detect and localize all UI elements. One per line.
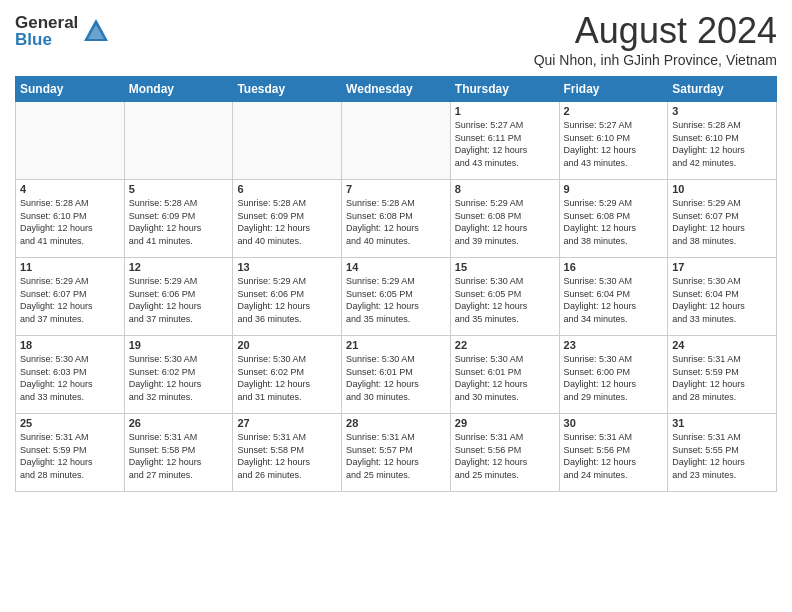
calendar-cell: 29Sunrise: 5:31 AMSunset: 5:56 PMDayligh… — [450, 414, 559, 492]
day-number: 20 — [237, 339, 337, 351]
day-info: Sunrise: 5:31 AMSunset: 5:55 PMDaylight:… — [672, 431, 772, 481]
day-info: Sunrise: 5:28 AMSunset: 6:08 PMDaylight:… — [346, 197, 446, 247]
calendar-cell: 24Sunrise: 5:31 AMSunset: 5:59 PMDayligh… — [668, 336, 777, 414]
day-number: 1 — [455, 105, 555, 117]
day-info: Sunrise: 5:31 AMSunset: 5:59 PMDaylight:… — [672, 353, 772, 403]
month-year-title: August 2024 — [534, 10, 777, 52]
weekday-header-sunday: Sunday — [16, 77, 125, 102]
calendar-cell: 31Sunrise: 5:31 AMSunset: 5:55 PMDayligh… — [668, 414, 777, 492]
day-number: 13 — [237, 261, 337, 273]
weekday-header-saturday: Saturday — [668, 77, 777, 102]
calendar-cell — [342, 102, 451, 180]
calendar-cell: 27Sunrise: 5:31 AMSunset: 5:58 PMDayligh… — [233, 414, 342, 492]
day-info: Sunrise: 5:29 AMSunset: 6:06 PMDaylight:… — [129, 275, 229, 325]
calendar-cell — [233, 102, 342, 180]
day-number: 15 — [455, 261, 555, 273]
day-number: 24 — [672, 339, 772, 351]
day-number: 3 — [672, 105, 772, 117]
day-number: 30 — [564, 417, 664, 429]
calendar-cell — [16, 102, 125, 180]
calendar-cell: 23Sunrise: 5:30 AMSunset: 6:00 PMDayligh… — [559, 336, 668, 414]
calendar-cell: 11Sunrise: 5:29 AMSunset: 6:07 PMDayligh… — [16, 258, 125, 336]
day-info: Sunrise: 5:28 AMSunset: 6:09 PMDaylight:… — [237, 197, 337, 247]
day-info: Sunrise: 5:30 AMSunset: 6:02 PMDaylight:… — [237, 353, 337, 403]
day-number: 4 — [20, 183, 120, 195]
weekday-header-friday: Friday — [559, 77, 668, 102]
day-info: Sunrise: 5:31 AMSunset: 5:58 PMDaylight:… — [129, 431, 229, 481]
calendar-cell: 2Sunrise: 5:27 AMSunset: 6:10 PMDaylight… — [559, 102, 668, 180]
day-number: 29 — [455, 417, 555, 429]
day-number: 18 — [20, 339, 120, 351]
day-number: 27 — [237, 417, 337, 429]
day-info: Sunrise: 5:29 AMSunset: 6:08 PMDaylight:… — [564, 197, 664, 247]
calendar-cell: 5Sunrise: 5:28 AMSunset: 6:09 PMDaylight… — [124, 180, 233, 258]
calendar-cell: 10Sunrise: 5:29 AMSunset: 6:07 PMDayligh… — [668, 180, 777, 258]
day-number: 17 — [672, 261, 772, 273]
calendar-cell: 8Sunrise: 5:29 AMSunset: 6:08 PMDaylight… — [450, 180, 559, 258]
day-number: 25 — [20, 417, 120, 429]
calendar-week-row: 25Sunrise: 5:31 AMSunset: 5:59 PMDayligh… — [16, 414, 777, 492]
weekday-header-tuesday: Tuesday — [233, 77, 342, 102]
day-info: Sunrise: 5:31 AMSunset: 5:56 PMDaylight:… — [564, 431, 664, 481]
day-info: Sunrise: 5:28 AMSunset: 6:09 PMDaylight:… — [129, 197, 229, 247]
calendar-cell: 6Sunrise: 5:28 AMSunset: 6:09 PMDaylight… — [233, 180, 342, 258]
day-info: Sunrise: 5:31 AMSunset: 5:57 PMDaylight:… — [346, 431, 446, 481]
day-info: Sunrise: 5:27 AMSunset: 6:11 PMDaylight:… — [455, 119, 555, 169]
day-number: 28 — [346, 417, 446, 429]
weekday-header-wednesday: Wednesday — [342, 77, 451, 102]
day-number: 21 — [346, 339, 446, 351]
day-number: 5 — [129, 183, 229, 195]
weekday-header-monday: Monday — [124, 77, 233, 102]
calendar-cell: 16Sunrise: 5:30 AMSunset: 6:04 PMDayligh… — [559, 258, 668, 336]
calendar-cell: 7Sunrise: 5:28 AMSunset: 6:08 PMDaylight… — [342, 180, 451, 258]
day-number: 14 — [346, 261, 446, 273]
calendar-cell: 13Sunrise: 5:29 AMSunset: 6:06 PMDayligh… — [233, 258, 342, 336]
day-number: 23 — [564, 339, 664, 351]
calendar-cell: 18Sunrise: 5:30 AMSunset: 6:03 PMDayligh… — [16, 336, 125, 414]
day-info: Sunrise: 5:30 AMSunset: 6:01 PMDaylight:… — [346, 353, 446, 403]
day-info: Sunrise: 5:27 AMSunset: 6:10 PMDaylight:… — [564, 119, 664, 169]
day-info: Sunrise: 5:30 AMSunset: 6:04 PMDaylight:… — [672, 275, 772, 325]
calendar-cell: 12Sunrise: 5:29 AMSunset: 6:06 PMDayligh… — [124, 258, 233, 336]
calendar-cell: 4Sunrise: 5:28 AMSunset: 6:10 PMDaylight… — [16, 180, 125, 258]
day-number: 16 — [564, 261, 664, 273]
day-info: Sunrise: 5:30 AMSunset: 6:04 PMDaylight:… — [564, 275, 664, 325]
calendar-cell — [124, 102, 233, 180]
calendar-cell: 21Sunrise: 5:30 AMSunset: 6:01 PMDayligh… — [342, 336, 451, 414]
calendar-cell: 3Sunrise: 5:28 AMSunset: 6:10 PMDaylight… — [668, 102, 777, 180]
weekday-header-thursday: Thursday — [450, 77, 559, 102]
day-number: 6 — [237, 183, 337, 195]
day-info: Sunrise: 5:30 AMSunset: 6:03 PMDaylight:… — [20, 353, 120, 403]
calendar-cell: 22Sunrise: 5:30 AMSunset: 6:01 PMDayligh… — [450, 336, 559, 414]
weekday-header-row: SundayMondayTuesdayWednesdayThursdayFrid… — [16, 77, 777, 102]
day-number: 8 — [455, 183, 555, 195]
logo: General Blue — [15, 14, 110, 48]
location-subtitle: Qui Nhon, inh GJinh Province, Vietnam — [534, 52, 777, 68]
calendar-cell: 25Sunrise: 5:31 AMSunset: 5:59 PMDayligh… — [16, 414, 125, 492]
page-header: General Blue August 2024 Qui Nhon, inh G… — [15, 10, 777, 68]
day-info: Sunrise: 5:28 AMSunset: 6:10 PMDaylight:… — [20, 197, 120, 247]
calendar-cell: 28Sunrise: 5:31 AMSunset: 5:57 PMDayligh… — [342, 414, 451, 492]
day-number: 31 — [672, 417, 772, 429]
day-number: 9 — [564, 183, 664, 195]
calendar-cell: 20Sunrise: 5:30 AMSunset: 6:02 PMDayligh… — [233, 336, 342, 414]
day-info: Sunrise: 5:31 AMSunset: 5:56 PMDaylight:… — [455, 431, 555, 481]
calendar-cell: 15Sunrise: 5:30 AMSunset: 6:05 PMDayligh… — [450, 258, 559, 336]
day-number: 11 — [20, 261, 120, 273]
day-info: Sunrise: 5:28 AMSunset: 6:10 PMDaylight:… — [672, 119, 772, 169]
calendar-week-row: 1Sunrise: 5:27 AMSunset: 6:11 PMDaylight… — [16, 102, 777, 180]
calendar-cell: 26Sunrise: 5:31 AMSunset: 5:58 PMDayligh… — [124, 414, 233, 492]
calendar-table: SundayMondayTuesdayWednesdayThursdayFrid… — [15, 76, 777, 492]
day-info: Sunrise: 5:30 AMSunset: 6:01 PMDaylight:… — [455, 353, 555, 403]
day-info: Sunrise: 5:31 AMSunset: 5:59 PMDaylight:… — [20, 431, 120, 481]
day-number: 22 — [455, 339, 555, 351]
day-info: Sunrise: 5:30 AMSunset: 6:05 PMDaylight:… — [455, 275, 555, 325]
day-number: 7 — [346, 183, 446, 195]
day-info: Sunrise: 5:29 AMSunset: 6:07 PMDaylight:… — [672, 197, 772, 247]
title-block: August 2024 Qui Nhon, inh GJinh Province… — [534, 10, 777, 68]
day-info: Sunrise: 5:30 AMSunset: 6:00 PMDaylight:… — [564, 353, 664, 403]
calendar-cell: 9Sunrise: 5:29 AMSunset: 6:08 PMDaylight… — [559, 180, 668, 258]
logo-general-text: General — [15, 14, 78, 31]
day-info: Sunrise: 5:29 AMSunset: 6:06 PMDaylight:… — [237, 275, 337, 325]
calendar-cell: 30Sunrise: 5:31 AMSunset: 5:56 PMDayligh… — [559, 414, 668, 492]
